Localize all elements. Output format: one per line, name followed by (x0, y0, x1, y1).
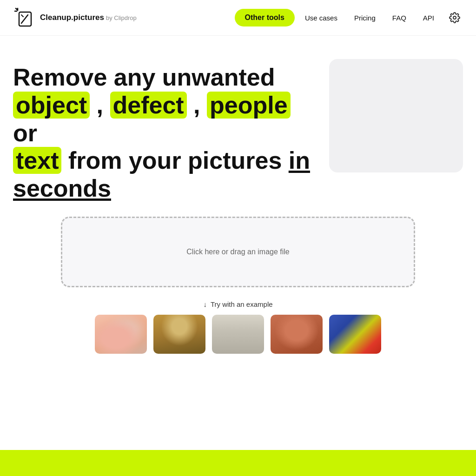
example-thumb-5[interactable] (329, 315, 381, 354)
thumb-4-image (271, 315, 323, 354)
thumb-3-image (212, 315, 264, 354)
logo-by: by Clipdrop (106, 14, 137, 21)
comma2: , (187, 92, 200, 119)
try-example-arrow: ↓ (203, 300, 207, 308)
main-content: Remove any unwanted object , defect , pe… (0, 36, 476, 203)
example-thumb-4[interactable] (271, 315, 323, 354)
faq-link[interactable]: FAQ (386, 10, 413, 26)
upload-section: Click here or drag an image file ↓ Try w… (0, 203, 476, 354)
example-thumbs (95, 315, 381, 354)
hero-text: Remove any unwanted object , defect , pe… (13, 64, 311, 203)
highlight-defect: defect (110, 92, 187, 119)
hero-heading: Remove any unwanted object , defect , pe… (13, 64, 311, 203)
or-text: or (13, 119, 37, 146)
upload-zone-label: Click here or drag an image file (186, 248, 289, 256)
bottom-bar (0, 450, 476, 476)
logo-icon (13, 7, 35, 29)
settings-button[interactable] (446, 9, 463, 26)
thumb-1-image (95, 315, 147, 354)
api-link[interactable]: API (416, 10, 441, 26)
from-text: from your pictures (61, 147, 288, 174)
svg-line-5 (21, 15, 23, 17)
hero-image-preview (329, 59, 463, 172)
gear-icon (449, 12, 460, 23)
highlight-people: people (207, 92, 291, 119)
logo-brand: Cleanup.pictures (40, 13, 104, 22)
upload-zone[interactable]: Click here or drag an image file (61, 217, 415, 287)
try-example-label: ↓ Try with an example (203, 300, 272, 308)
other-tools-button[interactable]: Other tools (235, 9, 295, 26)
comma1: , (90, 92, 103, 119)
use-cases-link[interactable]: Use cases (298, 10, 344, 26)
thumb-5-image (329, 315, 381, 354)
hero-line1: Remove any unwanted (13, 64, 275, 91)
header: Cleanup.picturesby Clipdrop Other tools … (0, 0, 476, 36)
example-thumb-2[interactable] (153, 315, 205, 354)
highlight-object: object (13, 92, 90, 119)
example-thumb-3[interactable] (212, 315, 264, 354)
logo-text-group: Cleanup.picturesby Clipdrop (40, 13, 137, 22)
example-thumb-1[interactable] (95, 315, 147, 354)
try-example-section: ↓ Try with an example (13, 300, 463, 354)
try-example-text: Try with an example (211, 300, 273, 308)
highlight-text: text (13, 147, 61, 174)
svg-point-6 (453, 16, 456, 19)
pricing-link[interactable]: Pricing (348, 10, 382, 26)
main-nav: Other tools Use cases Pricing FAQ API (235, 9, 463, 26)
thumb-2-image (153, 315, 205, 354)
logo-area: Cleanup.picturesby Clipdrop (13, 7, 137, 29)
